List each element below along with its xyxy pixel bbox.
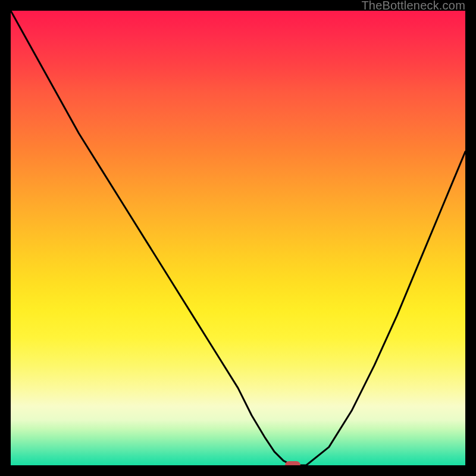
plot-area	[11, 11, 465, 465]
bottleneck-curve	[11, 11, 465, 465]
minimum-marker	[285, 461, 300, 465]
chart-frame: TheBottleneck.com	[0, 0, 476, 476]
